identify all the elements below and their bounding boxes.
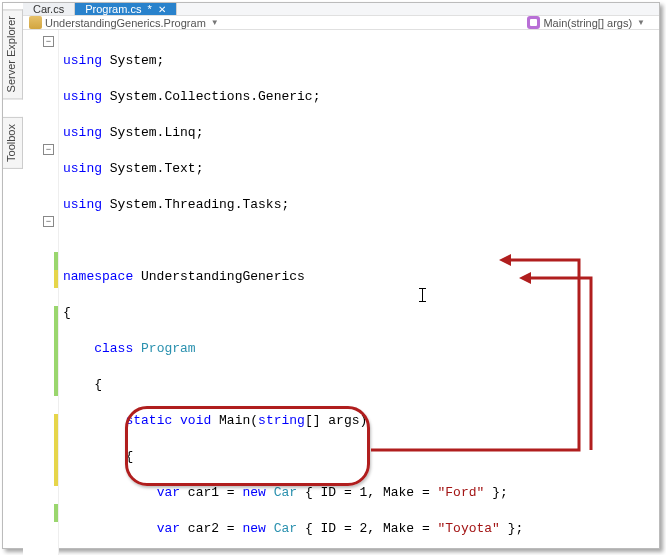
member-name: Main(string[] args) — [543, 17, 632, 29]
chevron-down-icon: ▼ — [637, 18, 645, 27]
close-icon[interactable]: ✕ — [158, 4, 166, 15]
tab-car-cs[interactable]: Car.cs — [23, 3, 75, 15]
outline-toggle[interactable]: − — [43, 144, 54, 155]
chevron-down-icon: ▼ — [211, 18, 219, 27]
toolbox-tab[interactable]: Toolbox — [3, 117, 23, 169]
gutter[interactable]: − − − — [23, 30, 59, 555]
type-name: UnderstandingGenerics.Program — [45, 17, 206, 29]
server-explorer-tab[interactable]: Server Explorer — [3, 9, 23, 99]
code-editor[interactable]: − − − using System; using System.Collect… — [23, 30, 659, 555]
text-caret — [422, 288, 423, 302]
arrow-head-icon — [499, 254, 511, 266]
editor-frame: Server Explorer Toolbox Car.cs Program.c… — [2, 2, 660, 549]
member-dropdown[interactable]: Main(string[] args) ▼ — [527, 16, 645, 29]
class-icon — [29, 16, 42, 29]
change-bar-unsaved — [54, 414, 58, 486]
change-bar-saved — [54, 252, 58, 270]
outline-toggle[interactable]: − — [43, 216, 54, 227]
change-bar-saved — [54, 306, 58, 396]
document-tabs: Car.cs Program.cs* ✕ — [23, 3, 659, 16]
tab-program-cs[interactable]: Program.cs* ✕ — [75, 3, 177, 15]
code-area[interactable]: using System; using System.Collections.G… — [59, 30, 659, 555]
navigation-bar: UnderstandingGenerics.Program ▼ Main(str… — [23, 16, 659, 30]
method-icon — [527, 16, 540, 29]
editor-content: Car.cs Program.cs* ✕ UnderstandingGeneri… — [23, 3, 659, 548]
tab-label: Program.cs — [85, 3, 141, 15]
dirty-indicator: * — [147, 3, 151, 15]
change-bar-saved — [54, 504, 58, 522]
outline-toggle[interactable]: − — [43, 36, 54, 47]
side-tab-well: Server Explorer Toolbox — [3, 9, 23, 169]
annotation-arrow — [59, 30, 659, 550]
tab-label: Car.cs — [33, 3, 64, 15]
type-dropdown[interactable]: UnderstandingGenerics.Program ▼ — [29, 16, 219, 29]
change-bar-unsaved — [54, 270, 58, 288]
